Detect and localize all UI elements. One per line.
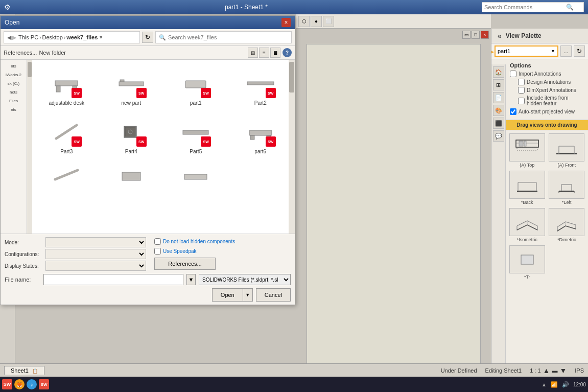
part-dropdown[interactable]: part1 ▼	[495, 45, 558, 57]
file-item-new-part[interactable]: SW new part	[101, 64, 162, 108]
use-speedpak-checkbox[interactable]	[154, 248, 161, 255]
taskbar-expand-icon[interactable]: ▲	[542, 382, 547, 387]
part-dropdown-value: part1	[498, 48, 510, 54]
path-folder[interactable]: week7_files	[66, 34, 98, 40]
view-list-button[interactable]: ≡	[259, 48, 269, 58]
sheet-tab[interactable]: Sheet1 📋	[4, 366, 44, 375]
scale-up-button[interactable]: ▲	[543, 366, 550, 375]
auto-start-checkbox[interactable]	[510, 108, 516, 115]
nav-forward-icon[interactable]: ▶	[12, 34, 16, 41]
search-commands-box[interactable]: 🔍	[482, 2, 584, 12]
svg-rect-35	[250, 135, 254, 140]
file-item-extra1[interactable]	[36, 161, 97, 188]
filename-input[interactable]	[43, 274, 183, 285]
view-item-top[interactable]: (A) Top	[509, 133, 546, 168]
file-item-part3[interactable]: SW Part3	[36, 112, 97, 157]
file-item-part1[interactable]: SW part1	[166, 64, 226, 108]
path-dropdown-chevron[interactable]: ▼	[99, 35, 103, 40]
mode-select[interactable]	[45, 237, 146, 247]
collapse-button[interactable]: «	[496, 31, 504, 41]
include-hidden-checkbox[interactable]	[518, 98, 525, 104]
no-load-hidden-checkbox[interactable]	[154, 238, 161, 245]
search-files-input[interactable]	[168, 34, 288, 40]
file-item-extra2[interactable]	[101, 161, 162, 188]
open-dropdown-button[interactable]: ▼	[243, 288, 253, 302]
minimize-drawing[interactable]: ▭	[462, 31, 471, 39]
dimxpert-checkbox[interactable]	[518, 87, 525, 94]
help-button[interactable]: ?	[283, 48, 292, 57]
maximize-drawing[interactable]: □	[472, 31, 480, 39]
dialog-close-button[interactable]: ×	[281, 18, 291, 27]
view-item-tr[interactable]: *Tr	[509, 245, 546, 280]
cancel-button[interactable]: Cancel	[256, 288, 291, 302]
scale-down-button[interactable]: ▼	[559, 366, 567, 375]
more-options-button[interactable]: ...	[560, 45, 572, 57]
view-item-back[interactable]: *Back	[509, 171, 546, 205]
path-desktop[interactable]: Desktop	[42, 34, 62, 40]
view-item-isometric[interactable]: *Isometric	[509, 208, 546, 242]
palette-icon-grid[interactable]: ⊞	[493, 79, 504, 90]
refresh-button[interactable]: ↻	[574, 45, 585, 57]
no-load-hidden-label[interactable]: Do not load hidden components	[163, 239, 235, 244]
scale-slider[interactable]: ▬	[552, 367, 557, 374]
taskbar-solidworks-icon[interactable]: SW	[2, 379, 12, 389]
use-speedpak-label[interactable]: Use Speedpak	[163, 248, 197, 254]
nav-item-1[interactable]: nts	[3, 63, 25, 70]
display-states-row: Display States:	[5, 261, 146, 271]
options-title: Options	[510, 62, 584, 68]
palette-icon-palette[interactable]: 🎨	[493, 105, 504, 116]
nav-item-5[interactable]: Files	[3, 98, 25, 104]
file-item-part4[interactable]: SW Part4	[101, 112, 162, 157]
taskbar-icon-3[interactable]: ♪	[27, 379, 37, 389]
view-item-left[interactable]: *Left	[549, 171, 585, 205]
filetype-select[interactable]: SOLIDWORKS Files (*.sldprt; *.sl	[199, 274, 291, 285]
toolbar-icon-1[interactable]: ⬡	[298, 16, 310, 27]
taskbar-volume-icon[interactable]: 🔊	[562, 381, 569, 388]
configurations-select[interactable]	[45, 249, 146, 259]
view-toggle-button[interactable]: ⊞	[248, 48, 258, 58]
view-details-button[interactable]: ≣	[270, 48, 280, 58]
import-annotations-checkbox[interactable]	[510, 71, 516, 77]
nav-item-2[interactable]: lWorks.2	[3, 72, 25, 78]
auto-start-label: Auto-start projected view	[519, 109, 575, 114]
file-item-part2[interactable]: SW Part2	[230, 64, 291, 108]
file-item-extra3[interactable]	[166, 161, 226, 188]
file-item-adjustable-desk[interactable]: SW adjustable desk	[36, 64, 97, 108]
sheet-tab-icon[interactable]: 📋	[32, 368, 38, 374]
palette-icon-chat[interactable]: 💬	[493, 130, 504, 142]
view-item-front[interactable]: (A) Front	[549, 133, 585, 168]
open-button[interactable]: Open	[212, 288, 243, 302]
file-icon-extra2	[115, 164, 148, 184]
file-icon-extra1	[50, 164, 83, 184]
palette-icon-doc[interactable]: 📄	[493, 92, 504, 103]
toolbar-icon-2[interactable]: ●	[311, 16, 322, 27]
path-this-pc[interactable]: This PC	[18, 34, 38, 40]
file-item-part5[interactable]: SW Part5	[166, 112, 226, 157]
refresh-path-button[interactable]: ↻	[142, 32, 153, 43]
palette-icon-table[interactable]: ⬛	[493, 118, 504, 129]
file-item-part6[interactable]: SW part6	[230, 112, 291, 157]
view-palette-header: « View Palette	[491, 29, 588, 43]
design-annotations-checkbox[interactable]	[518, 79, 525, 85]
new-folder-button[interactable]: References...	[4, 50, 37, 56]
toolbar-icon-3[interactable]: ⬜	[323, 16, 334, 27]
references-button[interactable]: References...	[154, 258, 216, 270]
nav-back-icon[interactable]: ◀	[7, 34, 11, 41]
view-item-dimetric[interactable]: *Dimetric	[549, 208, 585, 242]
mode-label: Mode:	[5, 240, 45, 245]
sw-badge-part6: SW	[266, 136, 276, 147]
nav-item-4[interactable]: hots	[3, 89, 25, 96]
taskbar: SW 🦊 ♪ SW ▲ 📶 🔊 12:00	[0, 377, 588, 392]
taskbar-icon-4[interactable]: SW	[39, 379, 49, 389]
display-states-select[interactable]	[45, 261, 146, 271]
path-arrow-2: ›	[64, 35, 65, 40]
status-editing-sheet: Editing Sheet1	[485, 367, 522, 374]
palette-icon-home[interactable]: 🏠	[493, 66, 504, 78]
nav-item-6[interactable]: nts	[3, 106, 25, 113]
close-drawing[interactable]: ×	[481, 31, 489, 39]
search-commands-input[interactable]	[484, 4, 566, 10]
nav-item-3[interactable]: sk (C:)	[3, 80, 25, 87]
filename-dropdown-chevron[interactable]: ▼	[186, 274, 196, 285]
taskbar-icon-2[interactable]: 🦊	[14, 379, 25, 389]
search-files-box[interactable]: 🔍	[155, 31, 292, 43]
